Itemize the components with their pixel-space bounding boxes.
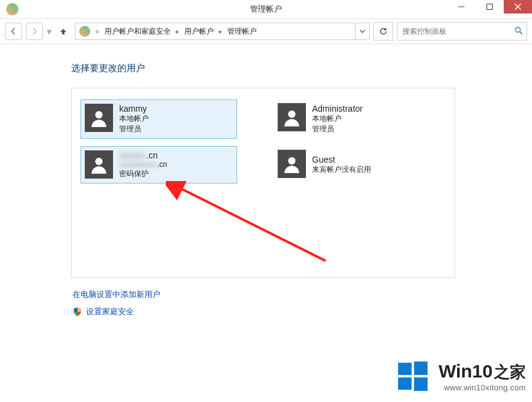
accounts-icon (79, 26, 90, 37)
add-user-link[interactable]: 在电脑设置中添加新用户 (72, 289, 160, 300)
back-button[interactable] (5, 23, 22, 40)
watermark: Win10 之家 www.win10xitong.com (396, 359, 526, 393)
breadcrumb-item-user-accounts[interactable]: 用户帐户 (184, 26, 214, 37)
recent-locations-chevron-icon[interactable]: ▾ (47, 26, 52, 37)
svg-point-4 (515, 28, 520, 33)
breadcrumb[interactable]: « 用户帐户和家庭安全 ▸ 用户帐户 ▸ 管理帐户 (75, 23, 370, 40)
account-name: xxxxxx.cn (119, 150, 167, 160)
avatar (85, 104, 113, 132)
chevron-right-icon: ▸ (176, 27, 179, 36)
svg-rect-14 (414, 377, 428, 391)
window-controls (447, 0, 532, 14)
close-button[interactable] (504, 0, 532, 14)
family-safety-link[interactable]: 设置家庭安全 (72, 306, 134, 317)
account-tile-kammy[interactable]: kammy 本地帐户 管理员 (80, 99, 237, 139)
account-role: 密码保护 (119, 169, 167, 179)
account-email: xxxxxxxxxx.cn (119, 160, 167, 169)
avatar (85, 150, 113, 179)
account-role: 管理员 (119, 124, 149, 134)
watermark-text-en: Win10 (439, 361, 493, 382)
svg-rect-1 (487, 4, 493, 10)
breadcrumb-overflow-icon: « (95, 27, 100, 36)
account-role: 管理员 (312, 124, 362, 134)
title-bar: 管理帐户 (0, 0, 532, 19)
breadcrumb-item-manage-accounts[interactable]: 管理帐户 (227, 26, 257, 37)
address-dropdown-button[interactable] (355, 23, 369, 40)
minimize-button[interactable] (447, 0, 475, 14)
account-type: 本地帐户 (119, 114, 149, 124)
search-icon[interactable] (514, 26, 523, 37)
search-field[interactable] (397, 23, 526, 40)
account-tile-obscured[interactable]: xxxxxx.cn xxxxxxxxxx.cn 密码保护 (80, 146, 237, 184)
navigation-bar: ▾ « 用户帐户和家庭安全 ▸ 用户帐户 ▸ 管理帐户 (0, 19, 532, 44)
forward-button[interactable] (26, 23, 43, 40)
account-status: 来宾帐户没有启用 (312, 164, 371, 175)
chevron-right-icon: ▸ (219, 27, 222, 36)
svg-point-9 (288, 157, 295, 164)
svg-rect-13 (398, 377, 412, 390)
account-type: 本地帐户 (312, 114, 362, 124)
svg-rect-12 (414, 361, 428, 375)
avatar (278, 150, 306, 178)
svg-point-6 (95, 111, 103, 118)
refresh-button[interactable] (374, 22, 393, 41)
account-name: kammy (119, 104, 149, 114)
app-icon (6, 3, 18, 15)
svg-point-8 (95, 158, 103, 165)
avatar (278, 103, 306, 131)
svg-rect-11 (398, 363, 412, 375)
shield-icon (72, 307, 82, 317)
search-input[interactable] (397, 22, 527, 41)
window-title: 管理帐户 (250, 4, 282, 15)
up-button[interactable] (55, 23, 71, 39)
page-title: 选择要更改的用户 (71, 63, 520, 74)
windows-logo-icon (396, 359, 430, 393)
account-tile-guest[interactable]: Guest 来宾帐户没有启用 (274, 146, 431, 184)
maximize-button[interactable] (475, 0, 504, 14)
accounts-frame: kammy 本地帐户 管理员 Administrator 本地帐户 管理员 (71, 88, 455, 278)
svg-point-7 (288, 110, 295, 118)
watermark-url: www.win10xitong.com (439, 383, 526, 392)
breadcrumb-item-family-safety[interactable]: 用户帐户和家庭安全 (104, 26, 171, 37)
account-name: Guest (312, 155, 371, 164)
content-area: 选择要更改的用户 kammy 本地帐户 管理员 Adminis (0, 44, 532, 317)
svg-line-5 (520, 32, 522, 34)
account-tile-administrator[interactable]: Administrator 本地帐户 管理员 (274, 99, 431, 139)
watermark-text-zh: 之家 (494, 361, 526, 383)
account-name: Administrator (312, 104, 362, 114)
below-links: 在电脑设置中添加新用户 设置家庭安全 (72, 289, 520, 317)
